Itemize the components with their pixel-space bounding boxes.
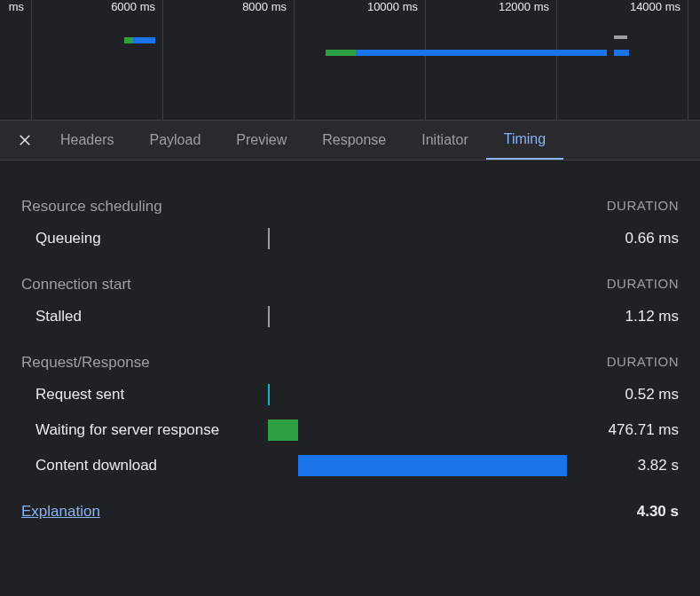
tab-initiator[interactable]: Initiator [404, 121, 485, 160]
row-stalled: Stalled 1.12 ms [21, 306, 679, 327]
ruler-tick: 10000 ms [367, 0, 418, 13]
waterfall-timeline[interactable]: ms 6000 ms 8000 ms 10000 ms 12000 ms 140… [0, 0, 700, 120]
section-title: Request/Response [21, 354, 150, 372]
ruler-tick: 12000 ms [499, 0, 549, 13]
row-label: Request sent [21, 386, 252, 404]
section-connection: Connection start DURATION Stalled 1.12 m… [21, 276, 679, 327]
bar-area [252, 455, 563, 476]
tab-preview[interactable]: Preview [218, 121, 304, 160]
row-label: Queueing [21, 230, 252, 247]
bar-area [252, 420, 563, 441]
bar-area [252, 306, 563, 327]
row-value: 0.66 ms [563, 230, 679, 247]
ruler-tick: 8000 ms [242, 0, 287, 13]
waterfall-bar-blue [614, 50, 629, 56]
row-value: 0.52 ms [563, 386, 679, 404]
request-sent-bar [268, 384, 270, 405]
row-waiting: Waiting for server response 476.71 ms [21, 420, 679, 441]
ruler-tick: 6000 ms [111, 0, 155, 13]
tab-bar: Headers Payload Preview Response Initiat… [0, 120, 700, 161]
ruler-tick: ms [9, 0, 24, 13]
waterfall-bar-blue [133, 37, 155, 43]
timeline-ruler: ms 6000 ms 8000 ms 10000 ms 12000 ms 140… [0, 0, 700, 21]
tab-headers[interactable]: Headers [43, 121, 131, 160]
total-time: 4.30 s [637, 503, 679, 521]
tab-response[interactable]: Response [304, 121, 404, 160]
queueing-bar [268, 228, 270, 249]
row-value: 476.71 ms [563, 421, 679, 439]
row-request-sent: Request sent 0.52 ms [21, 384, 679, 405]
row-label: Stalled [21, 308, 252, 325]
stalled-bar [268, 306, 270, 327]
section-title: Resource scheduling [21, 198, 162, 216]
row-label: Content download [21, 457, 252, 474]
row-download: Content download 3.82 s [21, 455, 679, 476]
close-icon[interactable] [7, 132, 43, 148]
bar-area [252, 228, 563, 249]
duration-label: DURATION [607, 276, 679, 294]
tab-payload[interactable]: Payload [131, 121, 218, 160]
timing-panel: Resource scheduling DURATION Queueing 0.… [0, 161, 700, 476]
waterfall-bar-green [326, 50, 356, 56]
row-value: 1.12 ms [563, 308, 679, 325]
ruler-tick: 14000 ms [630, 0, 680, 13]
section-request: Request/Response DURATION Request sent 0… [21, 354, 679, 476]
row-queueing: Queueing 0.66 ms [21, 228, 679, 249]
section-title: Connection start [21, 276, 131, 294]
waiting-bar [268, 420, 298, 441]
tab-timing[interactable]: Timing [486, 121, 563, 160]
duration-label: DURATION [607, 198, 679, 216]
explanation-link[interactable]: Explanation [21, 503, 100, 521]
download-bar [298, 455, 567, 476]
waterfall-bar-green [124, 37, 133, 43]
waterfall-bar-grey [614, 35, 627, 39]
bar-area [252, 384, 563, 405]
waterfall-bar-blue [356, 50, 607, 56]
timing-footer: Explanation 4.30 s [0, 503, 700, 521]
row-value: 3.82 s [563, 457, 679, 474]
row-label: Waiting for server response [21, 420, 252, 440]
duration-label: DURATION [607, 354, 679, 372]
section-scheduling: Resource scheduling DURATION Queueing 0.… [21, 198, 679, 249]
